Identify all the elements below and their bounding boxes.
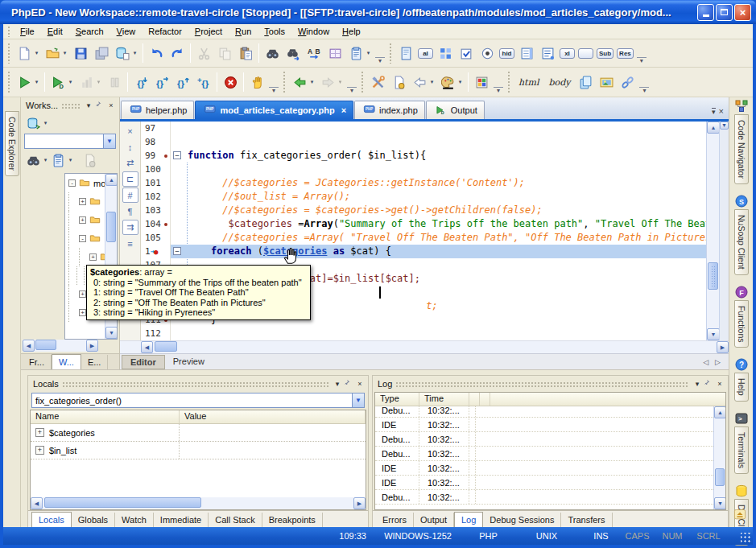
page-tools-button[interactable]: [388, 72, 409, 93]
open-folder-button[interactable]: ▾: [42, 43, 70, 64]
resize-grip[interactable]: [741, 533, 751, 543]
locals-table[interactable]: NameValue +$categories+$in_list ◀ ▶: [30, 410, 366, 510]
palette-button[interactable]: ▾: [437, 72, 465, 93]
gutter-wrap-button[interactable]: ⇄: [122, 155, 138, 171]
scroll-up-button[interactable]: ▲: [707, 122, 720, 134]
pin-button[interactable]: [343, 378, 354, 389]
form-page-button[interactable]: [395, 43, 416, 64]
toolbar-grip[interactable]: [361, 71, 365, 93]
scroll-left-button[interactable]: ◀: [23, 340, 35, 352]
run-debug-button[interactable]: D▾: [48, 72, 76, 93]
menu-window[interactable]: Window: [291, 25, 336, 38]
code-line-106[interactable]: 1➜●− foreach ($categories as $cat) {: [141, 245, 706, 258]
log-row[interactable]: IDE10:32:...: [375, 418, 713, 432]
collapse-icon[interactable]: -: [68, 179, 76, 187]
log-column-type[interactable]: Type: [375, 393, 419, 406]
locals-row[interactable]: +$categories: [31, 424, 366, 442]
workspace-tab-E[interactable]: E...: [81, 355, 109, 369]
side-tab-code-navigator[interactable]: Code Navigator: [734, 100, 749, 184]
hand-button[interactable]: [246, 72, 267, 93]
locals-horizontal-scrollbar[interactable]: ◀ ▶: [31, 497, 366, 509]
code-line-97[interactable]: 97: [141, 122, 706, 135]
file-tab-helper-php[interactable]: PHPhelper.php: [121, 101, 194, 119]
panel-menu-button[interactable]: ▾: [332, 378, 343, 389]
close-button[interactable]: ×: [734, 4, 751, 21]
file-tab-index-php[interactable]: PHPindex.php: [354, 101, 425, 119]
drag-grip[interactable]: [62, 381, 328, 387]
dropdown-arrow[interactable]: ▾: [33, 50, 40, 56]
clipboard-button[interactable]: ▾: [345, 43, 374, 64]
scroll-thumb[interactable]: [708, 262, 718, 290]
replace-button[interactable]: AB: [304, 43, 324, 64]
next-view-button[interactable]: ▷: [715, 358, 721, 366]
listbox-button[interactable]: [516, 43, 537, 64]
prev-view-button[interactable]: ◁: [703, 358, 708, 366]
html-button[interactable]: html: [514, 72, 543, 93]
expand-icon[interactable]: +: [35, 428, 44, 437]
back-button[interactable]: ▾: [289, 72, 317, 93]
log-row[interactable]: Debu...10:32:...: [375, 432, 713, 447]
dropdown-arrow[interactable]: ▾: [61, 50, 68, 56]
gutter-para-marks-button[interactable]: ¶: [122, 204, 138, 219]
editor-horizontal-scrollbar[interactable]: ◀ ▶: [120, 340, 729, 353]
side-tab-nusoap-client[interactable]: SNuSoap Client: [734, 195, 749, 275]
side-tab-functions[interactable]: FFunctions: [734, 286, 749, 348]
menu-file[interactable]: File: [14, 25, 41, 38]
forward-button[interactable]: ▾: [317, 72, 345, 93]
project-db-icon[interactable]: [24, 114, 42, 132]
toolbar-overflow-button[interactable]: ▾: [375, 57, 385, 64]
dropdown-arrow[interactable]: ▾: [67, 157, 74, 163]
code-line-98[interactable]: 98: [141, 135, 706, 149]
toolbar-overflow-button[interactable]: ▾: [269, 87, 279, 93]
file-tab-mod_articles_category-php[interactable]: PHPmod_articles_category.php×: [195, 101, 353, 119]
log-tab-log[interactable]: Log: [454, 512, 483, 527]
submit-field-button[interactable]: Sub: [595, 43, 615, 64]
collapse-icon[interactable]: -: [79, 235, 86, 242]
split-editor-button[interactable]: ▼: [720, 122, 729, 130]
tab-list-button[interactable]: ▾: [712, 108, 716, 115]
copy-button[interactable]: [214, 43, 235, 64]
hidden-field-button[interactable]: hid: [498, 43, 516, 64]
bars-button[interactable]: ▾: [76, 72, 104, 93]
tab-close-icon[interactable]: ×: [341, 105, 346, 115]
log-table[interactable]: TypeTime Debu...10:32:...IDE10:32:...Deb…: [374, 392, 726, 510]
log-tab-output[interactable]: Output: [414, 513, 454, 527]
debug-tab-call-stack[interactable]: Call Stack: [209, 513, 262, 527]
menu-run[interactable]: Run: [229, 25, 258, 38]
step-out-button[interactable]: {}: [172, 72, 193, 93]
step-over-button[interactable]: {}: [151, 72, 172, 93]
panel-menu-button[interactable]: ▾: [83, 100, 94, 111]
reset-field-button[interactable]: Res: [615, 43, 635, 64]
body-button[interactable]: body: [543, 72, 575, 93]
scroll-down-button[interactable]: ▼: [707, 328, 720, 340]
tools-button[interactable]: [367, 72, 388, 93]
log-tab-errors[interactable]: Errors: [376, 513, 414, 527]
menu-view[interactable]: View: [110, 25, 143, 38]
save-all-button[interactable]: [91, 43, 112, 64]
link-button[interactable]: [617, 72, 638, 93]
code-text[interactable]: function fix_categories_order( $in_list)…: [184, 149, 706, 163]
code-line-101[interactable]: 101 //$categories = JCategories::getInst…: [141, 176, 706, 190]
scroll-right-button[interactable]: ▶: [86, 340, 98, 352]
fold-collapse-icon[interactable]: −: [173, 151, 181, 159]
workspace-filter-combo[interactable]: ▼: [24, 134, 116, 149]
toolbar-grip[interactable]: [7, 71, 11, 93]
file-tab-Output[interactable]: DOutput: [426, 101, 485, 119]
log-row[interactable]: Debu...10:32:...: [375, 406, 713, 418]
debug-tab-breakpoints[interactable]: Breakpoints: [262, 513, 323, 527]
save-button[interactable]: [70, 43, 91, 64]
clipboard-icon[interactable]: [49, 151, 67, 169]
view-tab-editor[interactable]: Editor: [122, 355, 165, 369]
dropdown-arrow[interactable]: ▾: [456, 79, 464, 85]
view-tab-preview[interactable]: Preview: [165, 355, 213, 369]
menu-grip[interactable]: [7, 26, 11, 37]
code-line-103[interactable]: 103 //$categories = $categories->get()->…: [141, 204, 706, 217]
log-tab-transfers[interactable]: Transfers: [561, 513, 612, 527]
gutter-close-button[interactable]: ×: [122, 123, 138, 138]
code-text[interactable]: [184, 327, 706, 340]
fold-collapse-icon[interactable]: −: [173, 247, 181, 255]
code-text[interactable]: $categories =Array("Summary of the Trips…: [184, 217, 706, 231]
radio-button[interactable]: [477, 43, 498, 64]
menu-search[interactable]: Search: [69, 25, 110, 38]
code-text[interactable]: //$categories =Array( "Travel Off The Be…: [184, 231, 706, 245]
